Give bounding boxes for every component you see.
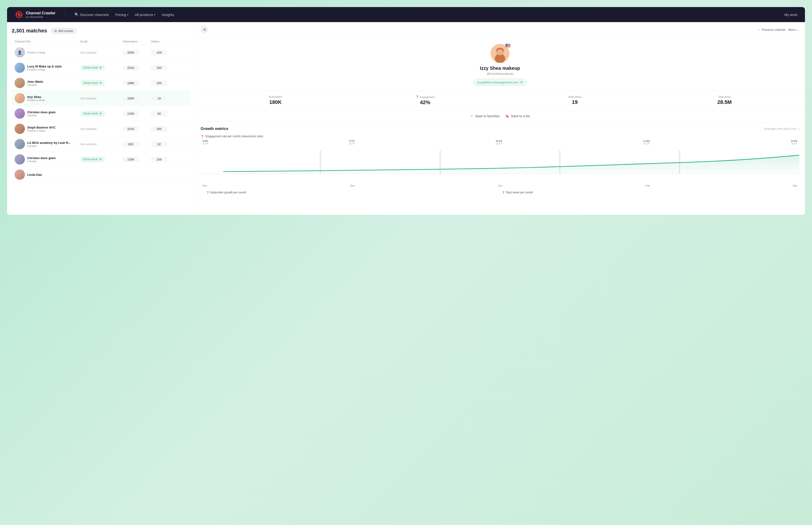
question-icon: ❓ — [206, 191, 209, 194]
growth-section: Growth metrics (Averages over past 6 mo.… — [195, 122, 805, 202]
avatar: 🇺🇸 — [15, 108, 25, 119]
profile-avatar: 🇺🇸 — [491, 44, 509, 63]
chart-delta-1: ▲ 0.7 — [349, 142, 355, 145]
flag-icon: 🇺🇸 — [22, 154, 25, 156]
show-email-button[interactable]: Show email 👁 — [80, 80, 105, 86]
svg-point-7 — [497, 49, 503, 55]
flag-icon: 🇺🇸 — [22, 47, 25, 49]
nav-all-products[interactable]: All products ▾ — [135, 13, 155, 17]
subscribers-cell: 135K — [123, 157, 151, 162]
avatar: 🇺🇸 — [15, 139, 25, 149]
channel-details: Lucy M Make up & style People or blogs — [27, 65, 62, 71]
channel-info: 🇺🇸 Lucy M Make up & style People or blog… — [15, 62, 80, 73]
month-dec: Dec — [350, 184, 355, 187]
flag-icon: 🇺🇸 — [22, 62, 25, 65]
channel-category: Lifestyle — [27, 145, 71, 147]
subscriber-growth-label: ❓ Subscriber growth per month — [206, 191, 498, 194]
table-row[interactable]: 🇺🇸 Lucy M Make up & style People or blog… — [12, 60, 190, 75]
growth-header: Growth metrics (Averages over past 6 mo.… — [201, 127, 799, 131]
eye-off-icon: 👁 — [99, 66, 102, 70]
emails-count: 864 emails — [58, 29, 73, 33]
channel-category: Lifestyle — [27, 114, 56, 117]
avatar: 🇺🇸 — [15, 124, 25, 134]
stat-label-subscribers: Subscribers — [201, 95, 350, 98]
channel-category: People or blogs — [27, 129, 56, 132]
bookmark-icon: 🔖 — [505, 115, 509, 118]
avatar: 👤 🇺🇸 — [15, 47, 25, 58]
table-row[interactable]: 🇺🇸 Steph Boehrer NYC People or blogs Not… — [12, 121, 190, 137]
table-row[interactable]: 🇺🇸 Linda Dae — [12, 167, 190, 182]
channel-info: 🇺🇸 Izzy Shea People or blogs — [15, 93, 80, 103]
stat-videos: 200 — [151, 126, 167, 132]
show-email-button[interactable]: Show email 👁 — [80, 111, 105, 117]
profile-email-badge[interactable]: Izzy@MALAmanagement.com ⧉ — [473, 79, 527, 86]
show-email-button[interactable]: Show email 👁 — [80, 65, 105, 71]
previous-channel-button[interactable]: ← Previous channel — [757, 28, 785, 31]
month-mar: Mar — [793, 184, 797, 187]
channel-details: Linda Dae — [27, 173, 42, 177]
save-to-list-button[interactable]: 🔖 Save to a list — [505, 114, 530, 118]
engagement-chart-label: ❓ Engagement rate per month (views/subs … — [201, 135, 799, 138]
chart-delta-3: ▲ 1.6 — [643, 142, 650, 145]
videos-cell: 109 — [151, 50, 174, 55]
logo-tagline: by StreamDNA — [26, 15, 56, 18]
stat-videos: 40 — [151, 111, 167, 116]
results-count: 2,301 matches — [12, 28, 47, 34]
subscribers-cell: 201K — [123, 65, 151, 71]
channel-category: Lifestyle — [27, 84, 43, 86]
table-row[interactable]: 👤 🇺🇸 People or blogs Not available 205K … — [12, 45, 190, 60]
email-cell: Show email 👁 — [80, 156, 123, 162]
eye-off-icon: 👁 — [99, 158, 102, 161]
nav-discover[interactable]: 🔍 Discover channels — [75, 13, 109, 17]
show-email-button[interactable]: Show email 👁 — [80, 156, 105, 162]
avatar: 🇺🇸 — [15, 78, 25, 88]
arrow-left-icon: ← — [757, 28, 761, 31]
table-row[interactable]: 🇺🇸 LA MUA academy by Leah R... Lifestyle… — [12, 137, 190, 152]
stat-value-videos: 19 — [500, 99, 650, 105]
actions-bar: ☆ Save to favorites 🔖 Save to a list — [195, 110, 805, 122]
month-feb: Feb — [645, 184, 650, 187]
channel-info: 🇺🇸 LA MUA academy by Leah R... Lifestyle — [15, 139, 80, 149]
growth-title: Growth metrics — [201, 127, 228, 131]
logo[interactable]: Channel Crawler by StreamDNA — [15, 10, 56, 19]
stat-videos: 32 — [151, 141, 167, 147]
subscribers-cell: 180K — [123, 96, 151, 101]
table-row[interactable]: 🇺🇸 Christen does glam Lifestyle Show ema… — [12, 152, 190, 167]
channel-category: Lifestyle — [27, 160, 56, 163]
next-channel-button[interactable]: Next c... — [788, 28, 799, 31]
stat-views: Total views 28.5M — [650, 95, 799, 106]
channel-info: 🇺🇸 Christen does glam Lifestyle — [15, 108, 80, 119]
not-available: Not available — [80, 97, 96, 100]
nav-divider — [65, 10, 65, 19]
nav-pricing[interactable]: Pricing ▾ — [116, 13, 128, 17]
channel-info: 🇺🇸 Christen does glam Lifestyle — [15, 154, 80, 165]
save-to-favorites-button[interactable]: ☆ Save to favorites — [470, 114, 500, 118]
question-icon: ❓ — [416, 95, 419, 99]
close-button[interactable]: ✕ — [201, 26, 208, 33]
panel-header: ✕ ← Previous channel Next c... — [195, 22, 805, 38]
chart-delta-4: ▲ 2.4 — [791, 142, 797, 145]
search-icon: 🔍 — [75, 13, 79, 17]
channel-name: Christen does glam — [27, 156, 56, 160]
table-row[interactable]: 🇺🇸 Jean Watts Lifestyle Show email 👁 188… — [12, 75, 190, 91]
channel-name: Izzy Shea — [27, 95, 45, 99]
subscribers-cell: 205K — [123, 50, 151, 55]
subscribers-cell: 188K — [123, 80, 151, 86]
stat-subscribers: 101K — [123, 126, 139, 132]
right-panel: ✕ ← Previous channel Next c... — [195, 22, 805, 215]
stat-value-engagement: 42% — [350, 100, 500, 106]
channel-details: Jean Watts Lifestyle — [27, 80, 43, 86]
profile-handle: @IzzySheamakeup — [487, 72, 514, 75]
nav-insights[interactable]: Insights — [162, 13, 174, 17]
stat-videos: 109 — [151, 157, 167, 162]
nav-mywork[interactable]: My work — [784, 13, 797, 17]
subscribers-cell: 101K — [123, 126, 151, 132]
stat-engagement: ❓ Engagement 42% — [350, 95, 500, 106]
not-available: Not available — [80, 142, 96, 146]
table-row[interactable]: 🇺🇸 Izzy Shea People or blogs Not availab… — [12, 91, 190, 106]
not-available: Not available — [80, 51, 96, 54]
bottom-charts: ❓ Subscriber growth per month ❓ Total vi… — [201, 187, 799, 198]
videos-cell: 200 — [151, 126, 174, 132]
table-row[interactable]: 🇺🇸 Christen does glam Lifestyle Show ema… — [12, 106, 190, 121]
month-nov: Nov — [202, 184, 207, 187]
